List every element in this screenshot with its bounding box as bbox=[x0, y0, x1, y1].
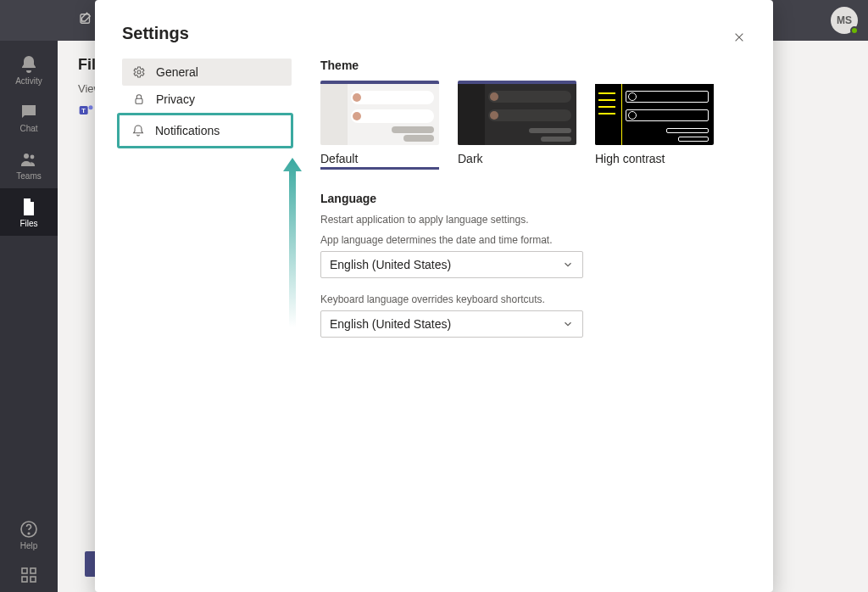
svg-rect-13 bbox=[136, 98, 142, 103]
language-heading: Language bbox=[320, 192, 753, 205]
theme-default[interactable]: Default bbox=[320, 81, 439, 170]
app-language-select[interactable]: English (United States) bbox=[320, 251, 583, 278]
nav-privacy[interactable]: Privacy bbox=[122, 86, 292, 113]
theme-row: Default Dark bbox=[320, 81, 753, 170]
close-button[interactable] bbox=[726, 24, 753, 51]
modal-overlay: Settings General Privacy Notifications bbox=[0, 0, 868, 592]
settings-nav: General Privacy Notifications bbox=[122, 59, 292, 353]
bell-icon bbox=[131, 124, 145, 137]
annotation-highlight: Notifications bbox=[117, 113, 293, 148]
theme-default-label: Default bbox=[320, 152, 439, 165]
nav-general[interactable]: General bbox=[122, 59, 292, 86]
nav-notifications[interactable]: Notifications bbox=[121, 117, 289, 144]
settings-modal: Settings General Privacy Notifications bbox=[95, 0, 773, 592]
theme-heading: Theme bbox=[320, 59, 753, 72]
theme-high-contrast[interactable]: High contrast bbox=[595, 81, 714, 170]
app-lang-desc: App language determines the date and tim… bbox=[320, 234, 753, 246]
keyboard-language-value: English (United States) bbox=[330, 317, 451, 331]
close-icon bbox=[733, 31, 745, 43]
chevron-down-icon bbox=[562, 318, 574, 330]
keyboard-language-select[interactable]: English (United States) bbox=[320, 310, 583, 338]
lock-icon bbox=[132, 92, 146, 106]
nav-notifications-label: Notifications bbox=[155, 124, 220, 137]
theme-hc-label: High contrast bbox=[595, 152, 714, 165]
app-language-value: English (United States) bbox=[330, 258, 451, 271]
theme-default-thumb bbox=[320, 81, 439, 145]
settings-content: Theme Default bbox=[320, 59, 753, 353]
gear-icon bbox=[132, 65, 146, 79]
nav-general-label: General bbox=[156, 65, 198, 79]
modal-title: Settings bbox=[122, 24, 753, 43]
kbd-lang-desc: Keyboard language overrides keyboard sho… bbox=[320, 293, 753, 305]
theme-dark-thumb bbox=[458, 81, 576, 145]
svg-point-12 bbox=[137, 70, 141, 74]
chevron-down-icon bbox=[562, 259, 574, 271]
nav-privacy-label: Privacy bbox=[156, 92, 195, 106]
language-restart-hint: Restart application to apply language se… bbox=[320, 214, 753, 226]
theme-dark[interactable]: Dark bbox=[458, 81, 576, 170]
theme-hc-thumb bbox=[595, 81, 714, 145]
theme-dark-label: Dark bbox=[458, 152, 576, 165]
